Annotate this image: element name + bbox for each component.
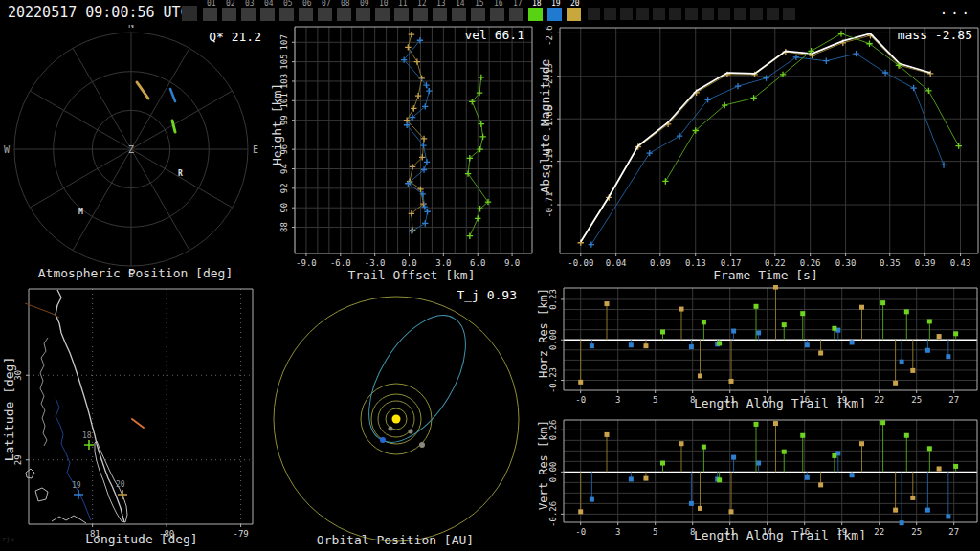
svg-text:90: 90 [279, 203, 289, 213]
tab-11[interactable] [394, 8, 409, 21]
tab-01[interactable] [203, 8, 217, 21]
svg-text:107: 107 [279, 34, 289, 50]
trail-ylabel: Height [km] [270, 62, 284, 187]
vert-xlabel: Length Along Trail [km] [675, 528, 885, 542]
svg-text:-3.0: -3.0 [365, 258, 386, 268]
svg-text:0.39: 0.39 [915, 258, 936, 268]
ground-map-plot: -81-80-793029181920 [0, 285, 271, 551]
tab-label-17: 17 [513, 0, 523, 8]
svg-text:27: 27 [948, 395, 959, 405]
svg-text:0.04: 0.04 [606, 258, 627, 268]
light-curve-plot: -0.000.040.090.130.170.220.260.300.350.3… [534, 25, 980, 285]
tab-13[interactable] [433, 8, 447, 21]
tab-slot-empty[interactable] [750, 8, 763, 20]
mag-ylabel: Absolute Magnitude [538, 40, 552, 212]
tab-slot-empty[interactable] [604, 8, 616, 20]
svg-text:0.09: 0.09 [650, 258, 671, 268]
svg-text:3: 3 [615, 527, 620, 537]
tab-label-01: 01 [207, 0, 216, 8]
tab-slot-empty-leading[interactable] [182, 6, 197, 21]
top-bar: 20220517 09:00:56 UTC 010203040506070809… [0, 0, 980, 25]
tab-14[interactable] [452, 8, 466, 21]
tab-07[interactable] [318, 8, 332, 21]
tab-label-11: 11 [398, 0, 408, 8]
svg-text:0.26: 0.26 [800, 258, 821, 268]
tab-05[interactable] [279, 8, 294, 21]
svg-text:5: 5 [653, 395, 657, 405]
meteor-analysis-app: 20220517 09:00:56 UTC 010203040506070809… [0, 0, 980, 551]
tab-slot-empty[interactable] [685, 8, 698, 20]
svg-text:0.0: 0.0 [401, 258, 416, 268]
svg-text:-0: -0 [575, 395, 586, 405]
tab-slot-empty[interactable] [636, 8, 649, 20]
svg-text:-0: -0 [575, 527, 586, 537]
mag-xlabel: Frame Time [s] [670, 268, 861, 282]
svg-text:N: N [128, 25, 134, 30]
svg-text:27: 27 [948, 527, 959, 537]
svg-text:E: E [253, 144, 258, 155]
svg-text:25: 25 [911, 395, 922, 405]
velocity-value: vel 66.1 [429, 28, 524, 42]
orbit-xlabel: Orbital Position [AU] [300, 533, 491, 547]
tab-label-14: 14 [456, 0, 465, 8]
overflow-menu-button[interactable]: ... [940, 2, 972, 17]
tab-19[interactable] [547, 8, 562, 21]
tab-slot-empty[interactable] [718, 8, 730, 20]
polar-xlabel: Atmospheric Position [deg] [19, 266, 252, 280]
q-value: Q* 21.2 [187, 30, 261, 44]
tab-12[interactable] [413, 8, 428, 21]
svg-text:3.0: 3.0 [435, 258, 451, 268]
trail-xlabel: Trail Offset [km] [316, 268, 507, 282]
tab-slot-empty[interactable] [767, 8, 779, 20]
tab-18[interactable] [528, 8, 543, 21]
tab-09[interactable] [356, 8, 370, 21]
tab-16[interactable] [490, 8, 504, 21]
atmospheric-position-plot: NSEWZRM [0, 25, 271, 285]
svg-text:20: 20 [116, 480, 125, 489]
tab-02[interactable] [222, 8, 236, 21]
svg-text:5: 5 [653, 527, 657, 537]
svg-text:25: 25 [911, 527, 922, 537]
tab-label-03: 03 [245, 0, 255, 8]
map-ylabel: Latitude [deg] [2, 344, 16, 474]
tab-label-05: 05 [283, 0, 293, 8]
tab-08[interactable] [337, 8, 351, 21]
tab-label-15: 15 [475, 0, 484, 8]
trail-offset-plot: -9.0-6.0-3.00.03.06.09.08890929496991011… [268, 25, 536, 285]
svg-text:0.43: 0.43 [950, 258, 971, 268]
tab-label-06: 06 [302, 0, 312, 8]
tab-slot-empty[interactable] [783, 8, 795, 20]
tab-label-10: 10 [379, 0, 389, 8]
tab-label-07: 07 [322, 0, 331, 8]
tab-label-18: 18 [532, 0, 542, 8]
svg-text:0.35: 0.35 [880, 258, 901, 268]
watermark: rjw [2, 536, 14, 543]
tab-slot-empty[interactable] [734, 8, 746, 20]
svg-text:88: 88 [279, 222, 289, 232]
tab-10[interactable] [375, 8, 390, 21]
svg-text:R: R [178, 169, 183, 178]
tab-slot-empty[interactable] [702, 8, 714, 20]
tab-15[interactable] [471, 8, 485, 21]
tab-04[interactable] [260, 8, 275, 21]
tab-20[interactable] [567, 8, 581, 21]
tab-06[interactable] [299, 8, 313, 21]
svg-text:-0.00: -0.00 [568, 258, 593, 268]
tab-label-20: 20 [570, 0, 580, 8]
tab-slot-empty[interactable] [669, 8, 681, 20]
svg-text:0.13: 0.13 [685, 258, 706, 268]
tab-label-12: 12 [417, 0, 427, 8]
tisserand-value: T_j 0.93 [421, 288, 517, 302]
tab-slot-empty[interactable] [620, 8, 633, 20]
tab-03[interactable] [241, 8, 256, 21]
svg-text:0.17: 0.17 [721, 258, 742, 268]
event-tab-strip: 0102030405060708091011121314151617181920 [0, 0, 947, 25]
tab-17[interactable] [509, 8, 523, 21]
map-xlabel: Longitude [deg] [46, 532, 237, 546]
svg-text:3: 3 [615, 395, 620, 405]
tab-label-19: 19 [551, 0, 561, 8]
tab-slot-empty[interactable] [588, 8, 600, 20]
horz-xlabel: Length Along Trail [km] [675, 396, 885, 410]
tab-slot-empty[interactable] [653, 8, 665, 20]
svg-text:0.22: 0.22 [765, 258, 786, 268]
